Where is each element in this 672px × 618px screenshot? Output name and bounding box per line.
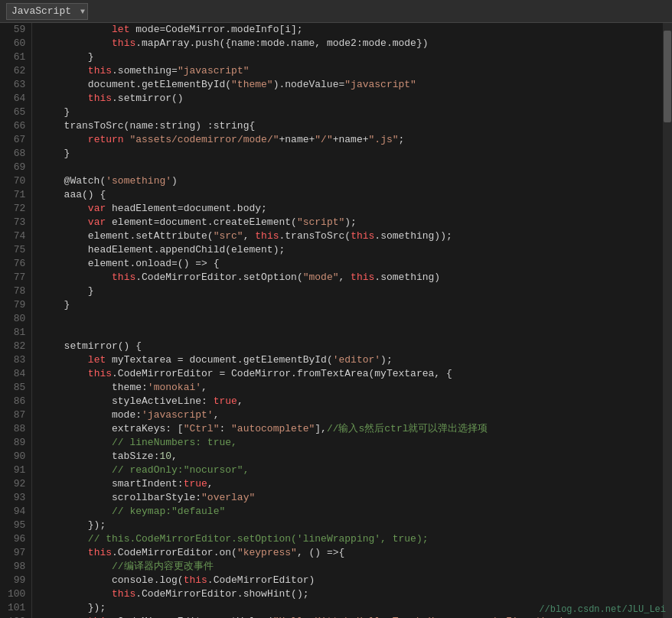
code-line: @Watch('something'): [40, 174, 663, 188]
code-line: this.CodeMirrorEditor.on("keypress", () …: [40, 546, 663, 560]
line-number: 84: [8, 367, 25, 381]
line-number: 83: [8, 353, 25, 367]
code-token: }: [40, 285, 93, 297]
line-number: 87: [8, 408, 25, 422]
code-token: scrollbarStyle:: [40, 492, 201, 503]
scrollbar-thumb[interactable]: [664, 31, 671, 122]
code-token: tabSize:: [40, 450, 159, 462]
code-line: scrollbarStyle:"overlay": [40, 491, 663, 505]
code-token: [40, 134, 87, 145]
code-token: .CodeMirrorEditor = CodeMirror.fromTextA…: [112, 368, 452, 379]
line-numbers: 5960616263646566676869707172737475767778…: [0, 23, 32, 618]
code-token: "theme": [231, 79, 273, 90]
code-line: [40, 326, 663, 340]
code-token: "src": [214, 230, 243, 242]
line-number: 93: [8, 491, 25, 505]
language-select-wrapper[interactable]: JavaScript TypeScript HTML CSS Python ▼: [6, 3, 88, 20]
code-token: styleActiveLine:: [40, 395, 213, 407]
line-number: 76: [8, 257, 25, 271]
code-token: ): [422, 37, 429, 49]
line-number: 100: [8, 587, 25, 601]
line-number: 66: [8, 119, 25, 133]
toolbar: JavaScript TypeScript HTML CSS Python ▼: [0, 0, 672, 23]
language-select[interactable]: JavaScript TypeScript HTML CSS Python: [6, 3, 88, 20]
line-number: 98: [8, 560, 25, 574]
code-token: 'javascript': [142, 409, 214, 421]
code-token: "assets/codemirror/mode/": [129, 134, 279, 145]
code-token: [40, 506, 112, 517]
line-number: 81: [8, 326, 25, 340]
code-token: ,: [207, 478, 214, 490]
code-token: "/": [315, 134, 332, 145]
line-number: 88: [8, 422, 25, 436]
code-line: // lineNumbers: true,: [40, 436, 663, 450]
code-token: "Ctrl": [184, 423, 220, 434]
code-token: //编译器内容更改事件: [112, 561, 214, 572]
code-line: }: [40, 50, 663, 64]
line-number: 72: [8, 202, 25, 216]
code-token: ],: [315, 423, 327, 434]
code-token: this: [184, 574, 207, 586]
code-content[interactable]: let mode=CodeMirror.modeInfo[i]; this.ma…: [32, 23, 663, 618]
code-token: .transToSrc(: [279, 230, 351, 242]
code-token: .something): [374, 272, 440, 283]
code-token: .something));: [374, 230, 452, 242]
code-token: [40, 216, 87, 228]
code-token: 'monokai': [148, 382, 201, 393]
code-line: let mode=CodeMirror.modeInfo[i];: [40, 23, 663, 37]
code-token: var: [88, 203, 106, 214]
code-line: });: [40, 519, 663, 532]
line-number: 78: [8, 285, 25, 298]
code-token: var: [88, 216, 106, 228]
code-token: this: [255, 230, 279, 242]
code-token: }: [40, 51, 93, 63]
code-token: +name+: [333, 134, 369, 145]
code-token: ".js": [369, 134, 399, 145]
code-line: this.CodeMirrorEditor.setValue("Hello Ki…: [40, 615, 663, 618]
code-token: "mode": [303, 272, 339, 283]
line-number: 59: [8, 23, 25, 37]
code-token: true: [184, 478, 207, 490]
code-token: [40, 37, 112, 49]
code-token: [40, 65, 87, 76]
code-token: [40, 24, 112, 35]
code-token: "keypress": [237, 547, 297, 558]
code-token: });: [40, 519, 106, 531]
code-token: mode=CodeMirror.modeInfo[i];: [129, 24, 302, 35]
code-line: var headElement=document.body;: [40, 202, 663, 216]
code-token: });: [40, 602, 106, 613]
code-line: var element=document.createElement("scri…: [40, 216, 663, 229]
code-token: [40, 464, 112, 476]
code-line: }: [40, 285, 663, 298]
code-token: return: [88, 134, 124, 145]
code-token: document.getElementById(: [40, 79, 231, 90]
code-token: // readOnly:"nocursor",: [112, 464, 249, 476]
code-token: }: [40, 299, 70, 311]
line-number: 69: [8, 161, 25, 174]
code-line: document.getElementById("theme").nodeVal…: [40, 78, 663, 92]
line-number: 71: [8, 188, 25, 202]
code-token: ,: [237, 395, 243, 407]
code-line: tabSize:10,: [40, 450, 663, 464]
code-token: ,: [214, 409, 220, 421]
code-token: );: [380, 354, 393, 366]
code-token: [40, 561, 112, 572]
code-line: [40, 312, 663, 326]
code-token: .CodeMirrorEditor.showHint();: [135, 588, 308, 600]
code-token: {name:mode.name, mode2:mode.mode}: [225, 37, 422, 49]
code-token: "javascript": [344, 79, 416, 90]
code-token: mode:: [40, 409, 142, 421]
line-number: 70: [8, 174, 25, 188]
code-token: this: [112, 588, 135, 600]
code-line: element.onload=() => {: [40, 257, 663, 271]
code-token: +name+: [279, 134, 315, 145]
line-number: 99: [8, 574, 25, 587]
code-line: this.mapArray.push({name:mode.name, mode…: [40, 37, 663, 50]
code-token: let: [88, 354, 106, 366]
editor-container: JavaScript TypeScript HTML CSS Python ▼ …: [0, 0, 672, 618]
code-token: this: [112, 272, 135, 283]
code-line: // keymap:"defaule": [40, 505, 663, 519]
scrollbar[interactable]: [663, 23, 672, 618]
code-token: "javascript": [178, 65, 250, 76]
code-token: this: [112, 37, 135, 49]
